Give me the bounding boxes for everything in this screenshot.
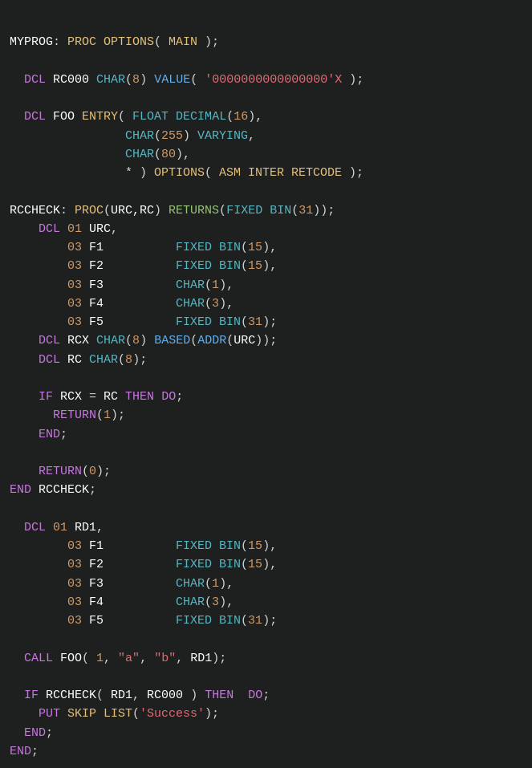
line-10: RCCHECK: PROC(URC,RC) RETURNS(FIXED BIN(… <box>10 204 335 217</box>
line-14: 03 F3 CHAR(1), <box>10 278 234 292</box>
line-39: END; <box>10 745 39 758</box>
line-17: DCL RCX CHAR(8) BASED(ADDR(URC)); <box>10 334 277 347</box>
line-5: DCL FOO ENTRY( FLOAT DECIMAL(16), <box>10 110 262 124</box>
line-38: END; <box>10 726 53 740</box>
line-12: 03 F1 FIXED BIN(15), <box>10 241 277 254</box>
line-37: PUT SKIP LIST('Success'); <box>10 707 219 721</box>
line-22: END; <box>10 428 67 441</box>
line-11: DCL 01 URC, <box>10 222 118 236</box>
line-16: 03 F5 FIXED BIN(31); <box>10 315 277 329</box>
line-21: RETURN(1); <box>10 408 125 422</box>
line-29: 03 F2 FIXED BIN(15), <box>10 558 277 571</box>
line-24: RETURN(0); <box>10 465 111 478</box>
line-15: 03 F4 CHAR(3), <box>10 297 234 311</box>
line-36: IF RCCHECK( RD1, RC000 ) THEN DO; <box>10 689 270 702</box>
code-editor: MYPROG: PROC OPTIONS( MAIN ); DCL RC000 … <box>10 14 522 761</box>
line-31: 03 F4 CHAR(3), <box>10 595 234 609</box>
line-3: DCL RC000 CHAR(8) VALUE( '00000000000000… <box>10 73 363 87</box>
line-13: 03 F2 FIXED BIN(15), <box>10 259 277 273</box>
line-7: CHAR(80), <box>10 148 190 161</box>
line-18: DCL RC CHAR(8); <box>10 353 147 367</box>
line-27: DCL 01 RD1, <box>10 521 104 534</box>
line-28: 03 F1 FIXED BIN(15), <box>10 539 277 553</box>
line-34: CALL FOO( 1, "a", "b", RD1); <box>10 652 226 665</box>
line-1: MYPROG: PROC OPTIONS( MAIN ); <box>10 35 219 49</box>
line-20: IF RCX = RC THEN DO; <box>10 390 183 404</box>
line-25: END RCCHECK; <box>10 483 96 497</box>
line-32: 03 F5 FIXED BIN(31); <box>10 614 277 628</box>
line-6: CHAR(255) VARYING, <box>10 129 255 143</box>
line-8: * ) OPTIONS( ASM INTER RETCODE ); <box>10 166 363 180</box>
line-30: 03 F3 CHAR(1), <box>10 577 234 591</box>
